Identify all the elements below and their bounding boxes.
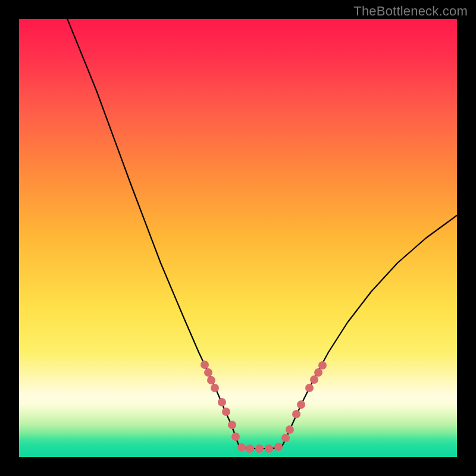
data-dot bbox=[211, 384, 219, 392]
data-dot bbox=[318, 361, 327, 369]
data-dot bbox=[228, 421, 236, 429]
data-dot bbox=[207, 376, 215, 384]
plot-area bbox=[19, 19, 457, 457]
data-dot bbox=[292, 410, 300, 418]
full-curve bbox=[65, 19, 457, 449]
bottleneck-curve bbox=[65, 19, 457, 449]
watermark-label: TheBottleneck.com bbox=[353, 4, 468, 19]
data-dot bbox=[305, 384, 314, 392]
data-dot bbox=[255, 444, 264, 453]
data-dot bbox=[222, 408, 230, 416]
data-dot bbox=[297, 400, 305, 409]
data-dot bbox=[201, 361, 209, 369]
data-dots bbox=[201, 361, 327, 453]
data-dot bbox=[274, 443, 283, 451]
data-dot bbox=[218, 398, 226, 406]
data-dot bbox=[231, 433, 240, 441]
chart-frame: TheBottleneck.com bbox=[0, 0, 476, 476]
data-dot bbox=[246, 444, 254, 453]
data-dot bbox=[286, 425, 294, 434]
data-dot bbox=[314, 368, 322, 377]
data-dot bbox=[265, 444, 273, 453]
data-dot bbox=[237, 443, 246, 452]
chart-svg bbox=[19, 19, 457, 457]
data-dot bbox=[204, 368, 212, 377]
data-dot bbox=[310, 375, 318, 384]
data-dot bbox=[281, 434, 290, 442]
